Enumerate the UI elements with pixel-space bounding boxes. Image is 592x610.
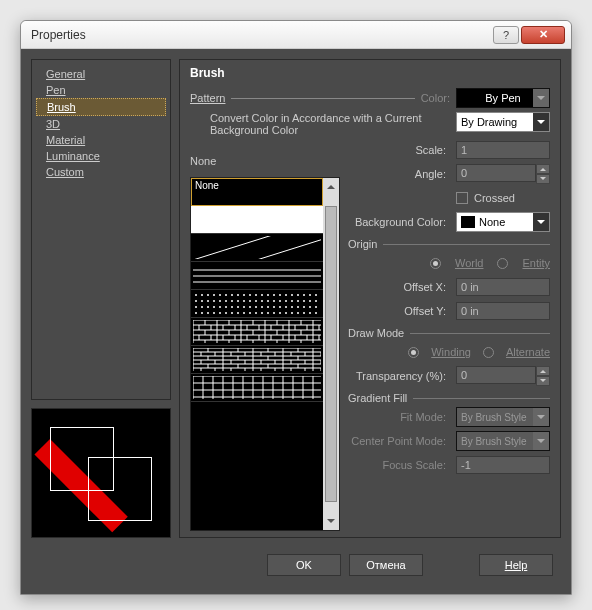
spin-down-icon[interactable] [536, 376, 550, 386]
chevron-down-icon [533, 213, 549, 231]
svg-rect-8 [193, 292, 321, 315]
winding-label: Winding [431, 346, 471, 358]
nav-3d[interactable]: 3D [36, 116, 166, 132]
close-button[interactable]: ✕ [521, 26, 565, 44]
nav-pen[interactable]: Pen [36, 82, 166, 98]
category-list: General Pen Brush 3D Material Luminance … [31, 59, 171, 400]
dialog-content: General Pen Brush 3D Material Luminance … [21, 49, 571, 594]
pattern-item[interactable] [191, 346, 323, 374]
nav-custom[interactable]: Custom [36, 164, 166, 180]
scroll-up-icon[interactable] [323, 178, 339, 192]
spin-up-icon[interactable] [536, 164, 550, 174]
window-title: Properties [31, 28, 491, 42]
ok-button[interactable]: OK [267, 554, 341, 576]
properties-dialog: Properties ? ✕ General Pen Brush 3D Mate… [20, 20, 572, 595]
pattern-item[interactable] [191, 318, 323, 346]
bgcolor-label: Background Color: [348, 216, 450, 228]
transparency-spinner[interactable]: 0 [456, 366, 550, 386]
convert-label: Convert Color in Accordance with a Curre… [190, 112, 450, 136]
chevron-down-icon [533, 89, 549, 107]
offset-x-label: Offset X: [348, 281, 450, 293]
svg-line-0 [193, 236, 321, 259]
pattern-item[interactable] [191, 234, 323, 262]
offset-x-input[interactable]: 0 in [456, 278, 550, 296]
cancel-button[interactable]: Отмена [349, 554, 423, 576]
centermode-label: Center Point Mode: [348, 435, 450, 447]
help-icon[interactable]: ? [493, 26, 519, 44]
pattern-label: Pattern [190, 92, 225, 104]
pattern-preview-label: None [190, 139, 340, 177]
offset-y-label: Offset Y: [348, 305, 450, 317]
focus-label: Focus Scale: [348, 459, 450, 471]
preview-pane [31, 408, 171, 538]
pattern-item[interactable] [191, 290, 323, 318]
crossed-checkbox[interactable] [456, 192, 468, 204]
nav-material[interactable]: Material [36, 132, 166, 148]
focus-input[interactable]: -1 [456, 456, 550, 474]
pattern-item-none[interactable]: None [191, 178, 323, 206]
spin-down-icon[interactable] [536, 174, 550, 184]
convert-dropdown[interactable]: By Drawing [456, 112, 550, 132]
color-label: Color: [421, 92, 450, 104]
bgcolor-dropdown[interactable]: None [456, 212, 550, 232]
scale-label: Scale: [348, 144, 450, 156]
pattern-list[interactable]: None [190, 177, 340, 531]
origin-world-radio[interactable] [430, 258, 441, 269]
alternate-label: Alternate [506, 346, 550, 358]
fitmode-label: Fit Mode: [348, 411, 450, 423]
scroll-down-icon[interactable] [323, 516, 339, 530]
transparency-label: Transparency (%): [348, 370, 450, 382]
angle-label: Angle: [348, 168, 450, 180]
drawmode-group-label: Draw Mode [348, 327, 404, 339]
chevron-down-icon [533, 113, 549, 131]
titlebar[interactable]: Properties ? ✕ [21, 21, 571, 49]
nav-general[interactable]: General [36, 66, 166, 82]
fitmode-dropdown[interactable]: By Brush Style [456, 407, 550, 427]
help-button[interactable]: Help [479, 554, 553, 576]
dialog-buttons: OK Отмена Help [31, 546, 561, 584]
pattern-item[interactable] [191, 262, 323, 290]
chevron-down-icon [533, 408, 549, 426]
pattern-item[interactable] [191, 206, 323, 234]
svg-rect-14 [193, 320, 321, 343]
svg-rect-23 [193, 376, 321, 399]
gradient-group-label: Gradient Fill [348, 392, 407, 404]
pattern-scrollbar[interactable] [323, 178, 339, 530]
centermode-dropdown[interactable]: By Brush Style [456, 431, 550, 451]
crossed-label: Crossed [474, 192, 515, 204]
scale-input[interactable]: 1 [456, 141, 550, 159]
color-dropdown[interactable]: By Pen [456, 88, 550, 108]
panel-heading: Brush [190, 66, 550, 80]
origin-entity-label: Entity [522, 257, 550, 269]
winding-radio[interactable] [408, 347, 419, 358]
alternate-radio[interactable] [483, 347, 494, 358]
pattern-item[interactable] [191, 374, 323, 402]
angle-spinner[interactable]: 0 [456, 164, 550, 184]
svg-line-2 [193, 256, 321, 259]
offset-y-input[interactable]: 0 in [456, 302, 550, 320]
scroll-thumb[interactable] [325, 206, 337, 502]
origin-world-label: World [455, 257, 484, 269]
nav-luminance[interactable]: Luminance [36, 148, 166, 164]
nav-brush[interactable]: Brush [36, 98, 166, 116]
svg-rect-20 [193, 348, 321, 371]
origin-group-label: Origin [348, 238, 377, 250]
spin-up-icon[interactable] [536, 366, 550, 376]
origin-entity-radio[interactable] [497, 258, 508, 269]
chevron-down-icon [533, 432, 549, 450]
